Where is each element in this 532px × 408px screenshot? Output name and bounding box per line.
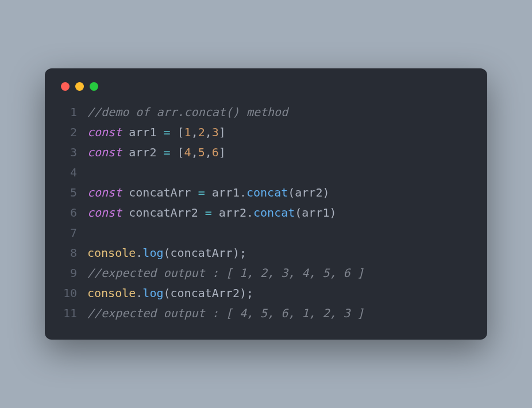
line-number: 6 [61, 203, 87, 223]
code-line: 4 [61, 163, 471, 183]
line-content: console.log(concatArr2); [87, 283, 471, 303]
code-line: 8console.log(concatArr); [61, 243, 471, 263]
code-block: 1//demo of arr.concat() method 2const ar… [61, 102, 471, 324]
line-content: const arr1 = [1,2,3] [87, 122, 471, 143]
line-number: 7 [61, 223, 87, 243]
line-content: const concatArr = arr1.concat(arr2) [87, 183, 471, 203]
close-button[interactable] [61, 82, 70, 91]
line-content [87, 223, 471, 243]
line-number: 11 [61, 303, 87, 324]
line-number: 4 [61, 163, 87, 183]
line-content: const concatArr2 = arr2.concat(arr1) [87, 203, 471, 223]
minimize-button[interactable] [75, 82, 84, 91]
code-line: 10console.log(concatArr2); [61, 283, 471, 303]
line-content: console.log(concatArr); [87, 243, 471, 263]
line-number: 3 [61, 143, 87, 163]
line-number: 5 [61, 183, 87, 203]
line-number: 9 [61, 263, 87, 283]
line-number: 8 [61, 243, 87, 263]
code-line: 3const arr2 = [4,5,6] [61, 143, 471, 163]
line-content [87, 163, 471, 183]
code-line: 9//expected output : [ 1, 2, 3, 4, 5, 6 … [61, 263, 471, 283]
code-line: 6const concatArr2 = arr2.concat(arr1) [61, 203, 471, 223]
line-number: 1 [61, 102, 87, 122]
line-content: //expected output : [ 4, 5, 6, 1, 2, 3 ] [87, 303, 471, 324]
code-window: 1//demo of arr.concat() method 2const ar… [45, 68, 487, 340]
code-line: 5const concatArr = arr1.concat(arr2) [61, 183, 471, 203]
code-line: 2const arr1 = [1,2,3] [61, 122, 471, 143]
line-content: const arr2 = [4,5,6] [87, 143, 471, 163]
zoom-button[interactable] [90, 82, 98, 91]
line-content: //expected output : [ 1, 2, 3, 4, 5, 6 ] [87, 263, 471, 283]
code-line: 11//expected output : [ 4, 5, 6, 1, 2, 3… [61, 303, 471, 324]
line-content: //demo of arr.concat() method [87, 102, 471, 122]
line-number: 2 [61, 122, 87, 143]
code-line: 1//demo of arr.concat() method [61, 102, 471, 122]
line-number: 10 [61, 283, 87, 303]
window-titlebar [61, 82, 471, 91]
code-line: 7 [61, 223, 471, 243]
